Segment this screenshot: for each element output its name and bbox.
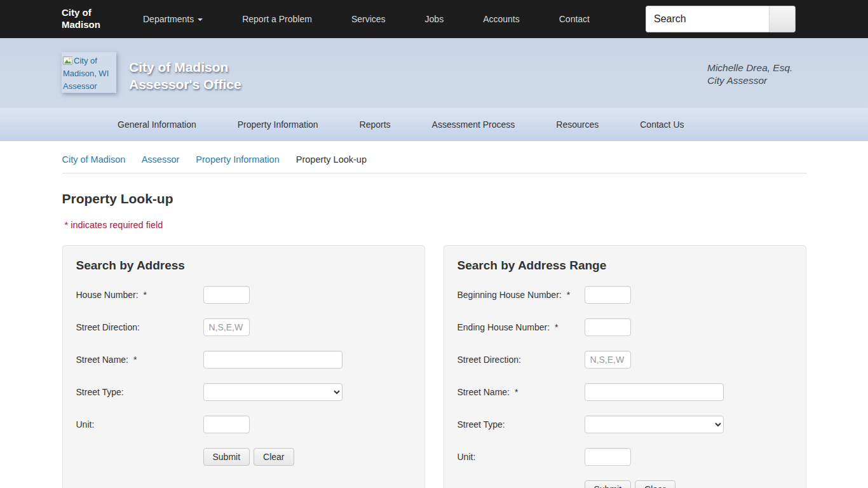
mainnav-item-resources[interactable]: Resources bbox=[556, 119, 599, 130]
range-form-buttons: Submit Clear bbox=[585, 480, 792, 488]
range-street-name-label-text: Street Name: bbox=[458, 387, 510, 397]
ending-house-number-label: Ending House Number:* bbox=[458, 322, 585, 332]
street-name-label-text: Street Name: bbox=[76, 355, 128, 365]
range-street-type-label-text: Street Type: bbox=[458, 419, 505, 430]
range-street-type-select[interactable] bbox=[585, 416, 724, 433]
range-street-name-row: Street Name:* bbox=[458, 383, 792, 401]
mainnav-item-property-information[interactable]: Property Information bbox=[238, 119, 318, 130]
assessor-info: Michelle Drea, Esq. City Assessor bbox=[707, 62, 792, 87]
range-street-name-input[interactable] bbox=[585, 383, 724, 401]
range-clear-button[interactable]: Clear bbox=[635, 480, 675, 488]
beginning-house-number-required-mark: * bbox=[567, 290, 570, 300]
breadcrumb-link-property-information[interactable]: Property Information bbox=[196, 154, 279, 165]
top-navbar: City of Madison Departments Report a Pro… bbox=[0, 0, 868, 38]
unit-label: Unit: bbox=[76, 419, 203, 430]
mainnav-item-reports[interactable]: Reports bbox=[360, 119, 391, 130]
department-header: City of Madison, WI Assessor City of Mad… bbox=[0, 38, 868, 108]
unit-label-text: Unit: bbox=[76, 419, 95, 430]
house-number-label: House Number:* bbox=[76, 290, 203, 300]
street-name-label: Street Name:* bbox=[76, 355, 203, 365]
house-number-input[interactable] bbox=[203, 286, 250, 304]
search-button[interactable] bbox=[769, 6, 796, 32]
site-title: City of Madison Assessor's Office bbox=[129, 59, 241, 93]
assessor-title: City Assessor bbox=[707, 74, 792, 87]
topnav-item-jobs[interactable]: Jobs bbox=[425, 1, 444, 37]
street-type-select[interactable] bbox=[203, 383, 342, 401]
search-by-address-panel: Search by Address House Number:* Street … bbox=[62, 245, 425, 488]
street-name-input[interactable] bbox=[203, 351, 342, 369]
street-type-row: Street Type: bbox=[76, 383, 411, 401]
street-direction-label-text: Street Direction: bbox=[76, 322, 140, 332]
street-name-row: Street Name:* bbox=[76, 351, 411, 369]
unit-row: Unit: bbox=[76, 416, 411, 433]
search-input[interactable] bbox=[646, 6, 769, 32]
topnav-menu: Departments Report a Problem Services Jo… bbox=[143, 1, 629, 37]
search-by-address-title: Search by Address bbox=[76, 259, 411, 273]
search-panels: Search by Address House Number:* Street … bbox=[62, 245, 806, 488]
address-submit-button[interactable]: Submit bbox=[203, 448, 250, 466]
range-street-direction-label: Street Direction: bbox=[458, 355, 585, 365]
topnav-item-contact[interactable]: Contact bbox=[559, 1, 590, 37]
search-by-address-range-title: Search by Address Range bbox=[458, 259, 792, 273]
mainnav-item-general-information[interactable]: General Information bbox=[118, 119, 196, 130]
range-street-type-label: Street Type: bbox=[458, 419, 585, 430]
site-title-line2: Assessor's Office bbox=[129, 76, 241, 93]
range-street-direction-input[interactable] bbox=[585, 351, 631, 369]
broken-image-icon bbox=[63, 57, 72, 65]
topnav-item-services[interactable]: Services bbox=[351, 1, 386, 37]
house-number-label-text: House Number: bbox=[76, 290, 139, 300]
breadcrumb-current: Property Look-up bbox=[296, 154, 367, 165]
range-unit-input[interactable] bbox=[585, 448, 631, 466]
ending-house-number-input[interactable] bbox=[585, 318, 631, 336]
page-title: Property Look-up bbox=[62, 191, 806, 207]
address-clear-button[interactable]: Clear bbox=[254, 448, 294, 466]
beginning-house-number-label-text: Beginning House Number: bbox=[458, 290, 562, 300]
beginning-house-number-row: Beginning House Number:* bbox=[458, 286, 792, 304]
beginning-house-number-input[interactable] bbox=[585, 286, 631, 304]
city-brand-link[interactable]: City of Madison bbox=[62, 7, 116, 31]
assessor-name: Michelle Drea, Esq. bbox=[707, 62, 792, 74]
range-unit-row: Unit: bbox=[458, 448, 792, 466]
topnav-item-departments[interactable]: Departments bbox=[143, 1, 203, 37]
breadcrumb-link-assessor[interactable]: Assessor bbox=[142, 154, 180, 165]
street-direction-label: Street Direction: bbox=[76, 322, 203, 332]
range-street-direction-row: Street Direction: bbox=[458, 351, 792, 369]
section-navbar: General Information Property Information… bbox=[0, 108, 868, 141]
assessor-logo-link[interactable]: City of Madison, WI Assessor bbox=[62, 52, 116, 93]
range-unit-label-text: Unit: bbox=[458, 452, 476, 462]
topnav-item-report-a-problem[interactable]: Report a Problem bbox=[242, 1, 312, 37]
search-by-address-range-panel: Search by Address Range Beginning House … bbox=[444, 245, 806, 488]
street-type-label: Street Type: bbox=[76, 387, 203, 397]
content-container: City of Madison Assessor Property Inform… bbox=[62, 141, 806, 488]
street-name-required-mark: * bbox=[133, 355, 137, 365]
house-number-row: House Number:* bbox=[76, 286, 411, 304]
range-unit-label: Unit: bbox=[458, 452, 585, 462]
breadcrumb: City of Madison Assessor Property Inform… bbox=[62, 141, 806, 165]
breadcrumb-divider bbox=[62, 173, 806, 173]
topnav-item-departments-label: Departments bbox=[143, 14, 194, 24]
ending-house-number-label-text: Ending House Number: bbox=[458, 322, 550, 332]
address-form-buttons: Submit Clear bbox=[203, 448, 411, 466]
range-street-name-label: Street Name:* bbox=[458, 387, 585, 397]
street-direction-input[interactable] bbox=[203, 318, 250, 336]
street-direction-row: Street Direction: bbox=[76, 318, 411, 336]
house-number-required-mark: * bbox=[144, 290, 147, 300]
unit-input[interactable] bbox=[203, 416, 250, 433]
range-street-type-row: Street Type: bbox=[458, 416, 792, 433]
street-type-label-text: Street Type: bbox=[76, 387, 124, 397]
mainnav-item-assessment-process[interactable]: Assessment Process bbox=[432, 119, 515, 130]
ending-house-number-required-mark: * bbox=[555, 322, 558, 332]
mainnav-item-contact-us[interactable]: Contact Us bbox=[640, 119, 684, 130]
range-street-name-required-mark: * bbox=[515, 387, 518, 397]
caret-down-icon bbox=[198, 18, 203, 21]
topnav-item-accounts[interactable]: Accounts bbox=[483, 1, 520, 37]
beginning-house-number-label: Beginning House Number:* bbox=[458, 290, 585, 300]
site-title-line1: City of Madison bbox=[129, 59, 241, 76]
site-search bbox=[646, 6, 796, 32]
required-field-note: * indicates required field bbox=[65, 220, 806, 230]
range-submit-button[interactable]: Submit bbox=[585, 480, 632, 488]
breadcrumb-link-city-of-madison[interactable]: City of Madison bbox=[62, 154, 126, 165]
ending-house-number-row: Ending House Number:* bbox=[458, 318, 792, 336]
range-street-direction-label-text: Street Direction: bbox=[458, 355, 521, 365]
